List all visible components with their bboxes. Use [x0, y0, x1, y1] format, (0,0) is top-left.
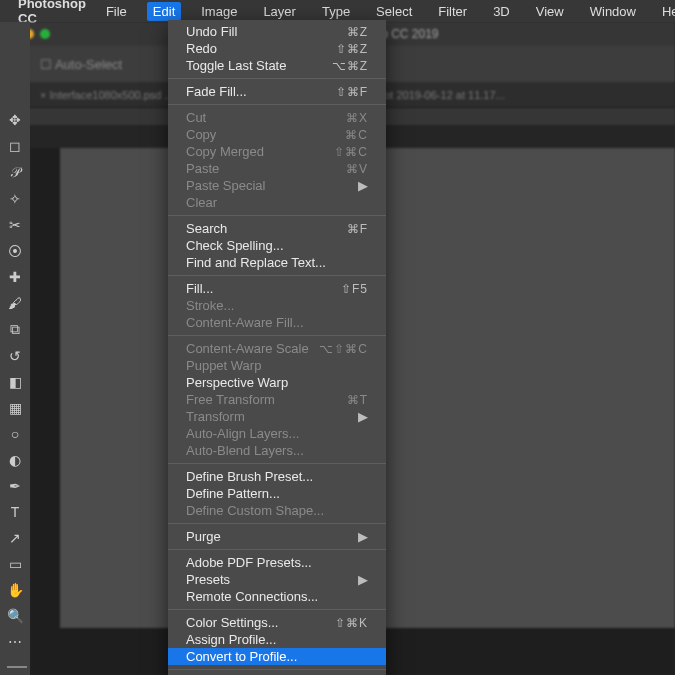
menu-item-label: Transform — [186, 409, 245, 424]
menu-shortcut: ⌘C — [345, 128, 368, 142]
menu-item-label: Purge — [186, 529, 221, 544]
chevron-right-icon: ▶ — [358, 572, 368, 587]
menubar-item-type[interactable]: Type — [316, 2, 356, 21]
menu-item-presets[interactable]: Presets▶ — [168, 571, 386, 588]
menu-separator — [168, 215, 386, 216]
menu-separator — [168, 104, 386, 105]
menu-shortcut: ⌥⌘Z — [332, 59, 368, 73]
menu-item-auto-blend-layers: Auto-Blend Layers... — [168, 442, 386, 459]
menubar-item-view[interactable]: View — [530, 2, 570, 21]
menu-item-fill[interactable]: Fill...⇧F5 — [168, 280, 386, 297]
crop-tool-icon[interactable]: ✂ — [6, 217, 24, 233]
menu-item-label: Presets — [186, 572, 230, 587]
menubar-item-image[interactable]: Image — [195, 2, 243, 21]
menu-item-find-and-replace-text[interactable]: Find and Replace Text... — [168, 254, 386, 271]
clone-tool-icon[interactable]: ⧉ — [6, 321, 24, 338]
menu-item-label: Clear — [186, 195, 217, 210]
menu-item-label: Color Settings... — [186, 615, 279, 630]
gradient-tool-icon[interactable]: ▦ — [6, 400, 24, 416]
menu-item-label: Adobe PDF Presets... — [186, 555, 312, 570]
menu-item-remote-connections[interactable]: Remote Connections... — [168, 588, 386, 605]
menu-item-label: Stroke... — [186, 298, 234, 313]
type-tool-icon[interactable]: T — [6, 504, 24, 520]
menubar-item-3d[interactable]: 3D — [487, 2, 516, 21]
menu-shortcut: ⌘T — [347, 393, 368, 407]
menubar-item-layer[interactable]: Layer — [257, 2, 302, 21]
background-color-swatch[interactable] — [11, 666, 27, 668]
menu-item-assign-profile[interactable]: Assign Profile... — [168, 631, 386, 648]
menu-item-define-brush-preset[interactable]: Define Brush Preset... — [168, 468, 386, 485]
blur-tool-icon[interactable]: ○ — [6, 426, 24, 442]
menu-item-label: Paste Special — [186, 178, 266, 193]
healing-tool-icon[interactable]: ✚ — [6, 269, 24, 285]
eraser-tool-icon[interactable]: ◧ — [6, 374, 24, 390]
menu-item-redo[interactable]: Redo⇧⌘Z — [168, 40, 386, 57]
menu-item-free-transform: Free Transform⌘T — [168, 391, 386, 408]
menu-item-label: Define Brush Preset... — [186, 469, 313, 484]
menu-item-label: Cut — [186, 110, 206, 125]
rectangle-tool-icon[interactable]: ▭ — [6, 556, 24, 572]
menu-shortcut: ⌘F — [347, 222, 368, 236]
menu-shortcut: ⇧F5 — [341, 282, 368, 296]
menubar-item-help[interactable]: Help — [656, 2, 675, 21]
menu-item-label: Perspective Warp — [186, 375, 288, 390]
menu-item-define-custom-shape: Define Custom Shape... — [168, 502, 386, 519]
menu-item-label: Convert to Profile... — [186, 649, 297, 664]
menu-item-convert-to-profile[interactable]: Convert to Profile... — [168, 648, 386, 665]
maximize-icon[interactable] — [40, 29, 50, 39]
menu-item-label: Content-Aware Fill... — [186, 315, 304, 330]
menu-item-purge[interactable]: Purge▶ — [168, 528, 386, 545]
menu-item-undo-fill[interactable]: Undo Fill⌘Z — [168, 23, 386, 40]
menubar-item-edit[interactable]: Edit — [147, 2, 181, 21]
menubar-item-window[interactable]: Window — [584, 2, 642, 21]
menu-item-label: Define Custom Shape... — [186, 503, 324, 518]
lasso-tool-icon[interactable]: 𝒫 — [6, 164, 24, 181]
menu-item-check-spelling[interactable]: Check Spelling... — [168, 237, 386, 254]
pen-tool-icon[interactable]: ✒ — [6, 478, 24, 494]
menu-item-content-aware-scale: Content-Aware Scale⌥⇧⌘C — [168, 340, 386, 357]
history-brush-tool-icon[interactable]: ↺ — [6, 348, 24, 364]
tools-panel: ✥ ◻ 𝒫 ✧ ✂ ⦿ ✚ 🖌 ⧉ ↺ ◧ ▦ ○ ◐ ✒ T ↗ ▭ ✋ 🔍 … — [0, 22, 30, 675]
chevron-right-icon: ▶ — [358, 409, 368, 424]
menubar-item-select[interactable]: Select — [370, 2, 418, 21]
menu-item-transform: Transform▶ — [168, 408, 386, 425]
menu-item-search[interactable]: Search⌘F — [168, 220, 386, 237]
path-tool-icon[interactable]: ↗ — [6, 530, 24, 546]
document-tab[interactable]: Interface1080x500.psd ... — [40, 89, 174, 101]
menu-item-paste-special: Paste Special▶ — [168, 177, 386, 194]
marquee-tool-icon[interactable]: ◻ — [6, 138, 24, 154]
dodge-tool-icon[interactable]: ◐ — [6, 452, 24, 468]
hand-tool-icon[interactable]: ✋ — [6, 582, 24, 598]
menu-shortcut: ⌘Z — [347, 25, 368, 39]
edit-toolbar-icon[interactable]: ⋯ — [6, 634, 24, 650]
menu-item-content-aware-fill: Content-Aware Fill... — [168, 314, 386, 331]
menu-item-define-pattern[interactable]: Define Pattern... — [168, 485, 386, 502]
menubar-item-filter[interactable]: Filter — [432, 2, 473, 21]
menu-item-toggle-last-state[interactable]: Toggle Last State⌥⌘Z — [168, 57, 386, 74]
eyedropper-tool-icon[interactable]: ⦿ — [6, 243, 24, 259]
menu-item-label: Redo — [186, 41, 217, 56]
menu-shortcut: ⇧⌘K — [335, 616, 368, 630]
menu-item-label: Copy Merged — [186, 144, 264, 159]
menubar-item-file[interactable]: File — [100, 2, 133, 21]
menu-item-label: Check Spelling... — [186, 238, 284, 253]
menu-item-adobe-pdf-presets[interactable]: Adobe PDF Presets... — [168, 554, 386, 571]
auto-select-toggle[interactable]: ☐ Auto-Select — [40, 57, 122, 72]
magic-wand-tool-icon[interactable]: ✧ — [6, 191, 24, 207]
brush-tool-icon[interactable]: 🖌 — [6, 295, 24, 311]
zoom-tool-icon[interactable]: 🔍 — [6, 608, 24, 624]
menu-item-label: Paste — [186, 161, 219, 176]
menu-shortcut: ⌘X — [346, 111, 368, 125]
menu-item-stroke: Stroke... — [168, 297, 386, 314]
menu-shortcut: ⇧⌘Z — [336, 42, 368, 56]
edit-menu-dropdown: Undo Fill⌘ZRedo⇧⌘ZToggle Last State⌥⌘ZFa… — [168, 20, 386, 675]
menu-item-copy-merged: Copy Merged⇧⌘C — [168, 143, 386, 160]
menu-item-label: Auto-Blend Layers... — [186, 443, 304, 458]
menu-separator — [168, 609, 386, 610]
menu-item-perspective-warp[interactable]: Perspective Warp — [168, 374, 386, 391]
menu-separator — [168, 549, 386, 550]
menu-item-color-settings[interactable]: Color Settings...⇧⌘K — [168, 614, 386, 631]
menu-item-label: Remote Connections... — [186, 589, 318, 604]
menu-item-fade-fill[interactable]: Fade Fill...⇧⌘F — [168, 83, 386, 100]
move-tool-icon[interactable]: ✥ — [6, 112, 24, 128]
